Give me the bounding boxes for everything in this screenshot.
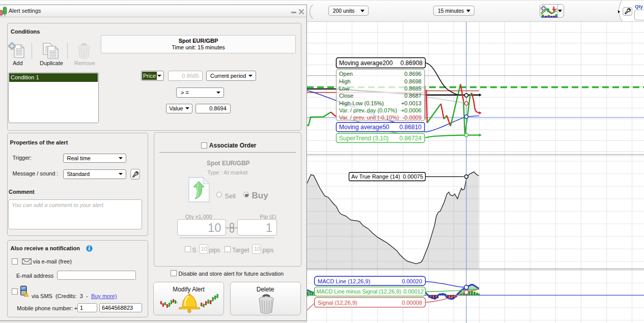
- svg-text:+0.0013: +0.0013: [401, 100, 422, 106]
- svg-text:High: High: [339, 78, 351, 84]
- svg-text:Moving average200: Moving average200: [339, 60, 393, 67]
- svg-text:0.00020: 0.00020: [402, 278, 422, 284]
- svg-text:MACD Line minus Signal (12,26,: MACD Line minus Signal (12,26,9): [317, 288, 401, 295]
- svg-text:Av True Range (14): Av True Range (14): [351, 173, 400, 180]
- svg-text:0.00012: 0.00012: [403, 288, 424, 295]
- svg-text:0.8685: 0.8685: [404, 85, 422, 92]
- svg-text:MACD Line (12,26,9): MACD Line (12,26,9): [318, 278, 370, 284]
- svg-text:Var. / prev. day (0.07%): Var. / prev. day (0.07%): [339, 107, 397, 113]
- svg-text:Open: Open: [339, 71, 353, 77]
- svg-text:+0.0006: +0.0006: [401, 107, 422, 113]
- svg-text:0.8698: 0.8698: [404, 78, 422, 84]
- svg-text:0.00075: 0.00075: [403, 173, 423, 180]
- svg-text:High-Low (0.15%): High-Low (0.15%): [339, 100, 384, 106]
- svg-text:SuperTrend (3,10): SuperTrend (3,10): [339, 135, 389, 142]
- svg-text:0.8696: 0.8696: [404, 71, 422, 77]
- svg-text:0.86810: 0.86810: [400, 124, 422, 131]
- svg-text:0.8687: 0.8687: [404, 93, 422, 99]
- svg-text:0.86908: 0.86908: [401, 60, 423, 67]
- svg-text:Var. / prev. unit (-0.10%): Var. / prev. unit (-0.10%): [339, 114, 399, 121]
- svg-text:Signal (12,26,9): Signal (12,26,9): [318, 300, 357, 306]
- svg-text:-0.0009: -0.0009: [403, 114, 422, 121]
- svg-text:0.86724: 0.86724: [400, 135, 422, 142]
- svg-text:Close: Close: [339, 93, 353, 99]
- svg-text:0.00008: 0.00008: [402, 300, 422, 306]
- svg-text:Low: Low: [339, 85, 349, 92]
- svg-text:Moving average50: Moving average50: [339, 124, 389, 131]
